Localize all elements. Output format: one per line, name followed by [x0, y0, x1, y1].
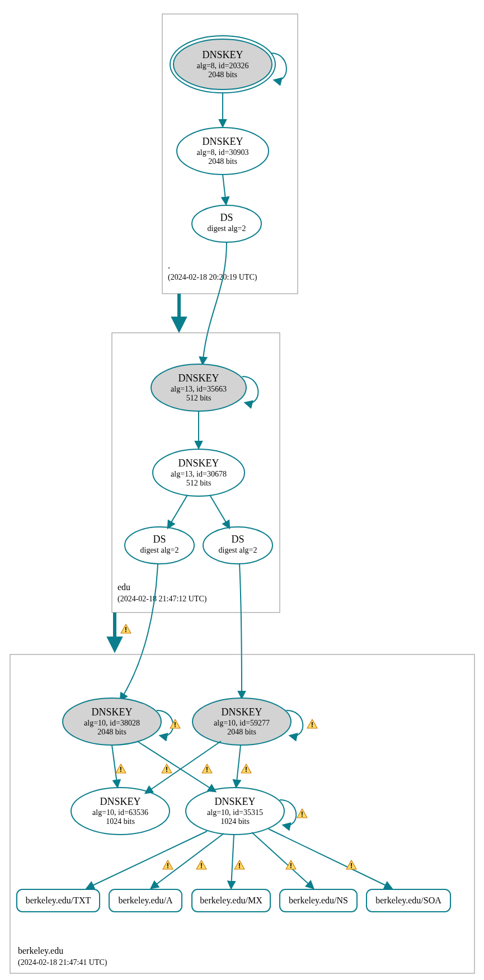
- svg-text:1024 bits: 1024 bits: [220, 817, 250, 826]
- dnskey-edu-zsk[interactable]: DNSKEY alg=13, id=30678 512 bits: [153, 449, 245, 496]
- svg-point-23: [125, 527, 194, 564]
- rrset-ns[interactable]: berkeley.edu/NS: [280, 889, 357, 912]
- warning-icon: [121, 624, 131, 634]
- warning-icon: [241, 764, 251, 774]
- warning-icon: [202, 764, 212, 774]
- svg-point-26: [203, 527, 272, 564]
- zone-root[interactable]: . (2024-02-18 20:20:19 UTC) DNSKEY alg=8…: [162, 14, 298, 294]
- svg-text:alg=8, id=20326: alg=8, id=20326: [197, 62, 249, 70]
- zone-berkeley[interactable]: berkeley.edu (2024-02-18 21:47:41 UTC) D…: [10, 654, 474, 973]
- svg-text:digest alg=2: digest alg=2: [140, 546, 179, 554]
- dnskey-edu-ksk[interactable]: DNSKEY alg=13, id=35663 512 bits: [151, 364, 246, 411]
- edge-bk-zsk2-to-ns: [252, 832, 313, 888]
- dnskey-berkeley-ksk2[interactable]: DNSKEY alg=10, id=59277 2048 bits: [192, 698, 291, 745]
- svg-point-11: [192, 205, 261, 242]
- svg-text:berkeley.edu/SOA: berkeley.edu/SOA: [375, 896, 441, 906]
- warning-icon: [162, 764, 172, 774]
- svg-text:DNSKEY: DNSKEY: [202, 49, 243, 60]
- zone-berkeley-label: berkeley.edu: [18, 946, 63, 956]
- svg-text:DS: DS: [153, 534, 166, 545]
- edge-bk-ksk2-to-zsk1: [145, 741, 221, 793]
- edge-bk-zsk2-to-a: [151, 833, 224, 888]
- dnskey-root-ksk[interactable]: DNSKEY alg=8, id=20326 2048 bits: [170, 36, 275, 93]
- svg-text:2048 bits: 2048 bits: [208, 70, 237, 79]
- rrset-soa[interactable]: berkeley.edu/SOA: [366, 889, 450, 912]
- svg-text:berkeley.edu/A: berkeley.edu/A: [118, 896, 173, 906]
- zone-root-label: .: [168, 261, 170, 270]
- warning-icon: [163, 860, 173, 870]
- edge-root-ds-to-edu-ksk: [203, 242, 227, 364]
- svg-text:alg=10, id=35315: alg=10, id=35315: [207, 808, 263, 817]
- edge-edu-ds2-to-bk-ksk2: [239, 564, 242, 698]
- svg-text:berkeley.edu/MX: berkeley.edu/MX: [200, 896, 262, 906]
- svg-text:512 bits: 512 bits: [186, 479, 212, 487]
- svg-text:1024 bits: 1024 bits: [106, 817, 135, 826]
- svg-text:DNSKEY: DNSKEY: [91, 706, 132, 718]
- dnssec-diagram: ! . (2024-02-18 20:20:19 UTC) DNSKEY alg…: [0, 0, 484, 980]
- warning-icon: [116, 764, 126, 774]
- svg-text:2048 bits: 2048 bits: [97, 728, 126, 736]
- dnskey-root-zsk[interactable]: DNSKEY alg=8, id=30903 2048 bits: [177, 128, 269, 175]
- warning-icon: [346, 860, 356, 870]
- edge-edu-zsk-to-ds2: [210, 495, 229, 528]
- rrset-mx[interactable]: berkeley.edu/MX: [192, 889, 270, 912]
- zone-edu[interactable]: edu (2024-02-18 21:47:12 UTC) DNSKEY alg…: [112, 333, 280, 613]
- svg-text:DNSKEY: DNSKEY: [202, 136, 243, 147]
- svg-text:512 bits: 512 bits: [186, 394, 212, 402]
- zone-root-timestamp: (2024-02-18 20:20:19 UTC): [168, 273, 257, 282]
- edge-bk-zsk2-to-mx: [231, 835, 234, 888]
- rrset-txt[interactable]: berkeley.edu/TXT: [17, 889, 100, 912]
- zone-berkeley-timestamp: (2024-02-18 21:47:41 UTC): [18, 958, 107, 967]
- svg-text:alg=13, id=35663: alg=13, id=35663: [171, 385, 227, 393]
- svg-text:berkeley.edu/TXT: berkeley.edu/TXT: [26, 896, 91, 906]
- ds-root[interactable]: DS digest alg=2: [192, 205, 261, 242]
- svg-text:DS: DS: [231, 534, 244, 545]
- zone-edu-label: edu: [118, 582, 130, 592]
- edge-root-zsk-to-ds: [223, 175, 226, 204]
- ds-edu-2[interactable]: DS digest alg=2: [203, 527, 272, 564]
- edge-bk-ksk1-to-zsk2: [137, 741, 215, 791]
- svg-text:DNSKEY: DNSKEY: [178, 373, 219, 384]
- svg-text:DNSKEY: DNSKEY: [221, 706, 262, 718]
- edge-bk-zsk2-to-soa: [269, 829, 392, 888]
- svg-text:alg=10, id=63536: alg=10, id=63536: [92, 808, 148, 817]
- svg-text:digest alg=2: digest alg=2: [208, 224, 246, 233]
- svg-text:2048 bits: 2048 bits: [208, 157, 237, 166]
- svg-text:alg=8, id=30903: alg=8, id=30903: [197, 148, 249, 157]
- svg-text:alg=10, id=59277: alg=10, id=59277: [214, 719, 270, 727]
- warning-icon: [307, 719, 317, 729]
- zone-edu-timestamp: (2024-02-18 21:47:12 UTC): [118, 595, 207, 604]
- svg-text:DS: DS: [220, 212, 233, 223]
- warning-icon: [297, 809, 307, 818]
- warning-icon: [170, 719, 180, 729]
- edge-bk-ksk1-to-zsk1: [112, 745, 118, 787]
- svg-text:DNSKEY: DNSKEY: [178, 458, 219, 469]
- rrset-a[interactable]: berkeley.edu/A: [109, 889, 182, 912]
- dnskey-berkeley-zsk1[interactable]: DNSKEY alg=10, id=63536 1024 bits: [71, 788, 170, 835]
- svg-text:DNSKEY: DNSKEY: [214, 796, 255, 807]
- dnskey-berkeley-ksk1[interactable]: DNSKEY alg=10, id=38028 2048 bits: [63, 698, 161, 745]
- edge-edu-zsk-to-ds1: [168, 495, 187, 528]
- warning-icon: [234, 860, 245, 870]
- svg-text:2048 bits: 2048 bits: [227, 728, 256, 736]
- svg-text:digest alg=2: digest alg=2: [219, 546, 257, 554]
- dnskey-berkeley-zsk2[interactable]: DNSKEY alg=10, id=35315 1024 bits: [186, 788, 284, 835]
- svg-text:alg=10, id=38028: alg=10, id=38028: [84, 719, 140, 727]
- warning-icon: [196, 860, 206, 870]
- svg-text:berkeley.edu/NS: berkeley.edu/NS: [289, 896, 348, 906]
- svg-text:DNSKEY: DNSKEY: [100, 796, 140, 807]
- ds-edu-1[interactable]: DS digest alg=2: [125, 527, 194, 564]
- edge-bk-ksk2-to-zsk2: [236, 745, 241, 787]
- svg-text:alg=13, id=30678: alg=13, id=30678: [171, 470, 227, 478]
